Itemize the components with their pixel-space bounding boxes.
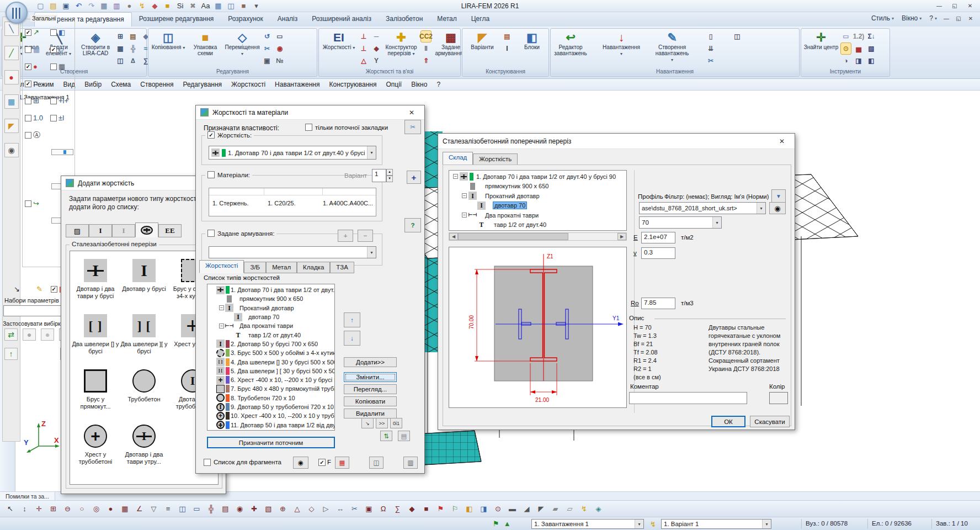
ribbon-button[interactable]: ‖: [420, 43, 432, 55]
bottom-tool-icon[interactable]: ▷: [320, 503, 332, 515]
scrollbar-thumb[interactable]: [458, 233, 568, 240]
bottom-tool-icon[interactable]: ▬: [507, 503, 518, 515]
ribbon-button[interactable]: ▭: [840, 30, 851, 43]
create-lira-cad-button[interactable]: ◈ Створити в LIRA-CAD: [78, 30, 113, 67]
bottom-tool-icon[interactable]: ◉: [234, 503, 246, 515]
section-tree-item[interactable]: прямокутник 900 x 650: [449, 182, 626, 192]
bottom-tool-icon[interactable]: ▭: [191, 503, 203, 515]
bottom-tool-icon[interactable]: ⚑: [435, 503, 446, 515]
bottom-tool-icon[interactable]: ▤: [220, 503, 231, 515]
section-tree-item[interactable]: − 1. Двотавр 70 і два таври 1/2 от двут.…: [449, 172, 626, 182]
eye-icon[interactable]: ◉: [4, 143, 19, 157]
ribbon-button[interactable]: ◫: [732, 30, 743, 43]
option-checkbox[interactable]: [25, 115, 31, 121]
bottom-tool-icon[interactable]: ✂: [349, 503, 360, 515]
close-icon[interactable]: ✕: [965, 14, 977, 23]
pick-filter-icon[interactable]: ↘: [361, 418, 374, 428]
bottom-tool-icon[interactable]: ◢: [521, 503, 532, 515]
preview-button[interactable]: Перегляд...: [344, 384, 397, 394]
menu-right-item[interactable]: Стиль▾: [871, 14, 894, 22]
ribbon-button[interactable]: ╬: [127, 43, 139, 55]
ribbon-button[interactable]: ∆: [127, 55, 139, 67]
chevron-down-icon[interactable]: ▾: [712, 217, 721, 228]
state-b-icon[interactable]: ●: [41, 328, 54, 341]
stiffness-combo[interactable]: 1. Двотавр 70 і два таври 1/2 от двут.40…: [209, 146, 376, 160]
scissors-icon[interactable]: ✂: [404, 120, 421, 134]
option-checkbox[interactable]: [25, 132, 31, 139]
ribbon-button[interactable]: Y: [371, 55, 382, 67]
stiffness-list-item[interactable]: 8. Трубобетон 720 x 10: [207, 394, 334, 402]
bottom-tool-icon[interactable]: ●: [105, 503, 116, 515]
option-checkbox[interactable]: [50, 29, 57, 36]
show-mesh[interactable]: ▦: [49, 58, 74, 75]
section-template-item[interactable]: Хрест у трубобетоні: [71, 420, 120, 475]
bottom-tool-icon[interactable]: ∑: [392, 503, 403, 515]
only-current-tab-checkbox[interactable]: [305, 124, 312, 131]
stiffness-list-item[interactable]: двотавр 70: [207, 312, 334, 321]
app-logo-icon[interactable]: [6, 2, 28, 24]
menu-right-item[interactable]: ?▾: [929, 14, 937, 22]
ribbon-button[interactable]: CC2: [420, 30, 432, 43]
variant-spinner[interactable]: 1: [372, 169, 386, 182]
chevron-down-icon[interactable]: ▾: [367, 247, 376, 258]
dialog-title-bar[interactable]: Сталезалізобетонний поперечний переріз ✕: [438, 134, 795, 149]
show-grid[interactable]: ⊞: [24, 92, 49, 109]
bottom-tool-icon[interactable]: ▱: [564, 503, 576, 515]
node-size-slider[interactable]: [24, 144, 74, 161]
ribbon-tab[interactable]: Аналіз: [270, 12, 305, 26]
bottom-tool-icon[interactable]: ✚: [248, 503, 260, 515]
table-icon[interactable]: ▥: [403, 457, 418, 469]
stiffness-dialog-tab[interactable]: ТЗА: [330, 262, 354, 273]
option-checkbox[interactable]: [50, 98, 57, 104]
stiffness-list-item[interactable]: 1. Двотавр 70 і два таври 1/2 от двут.: [207, 285, 334, 294]
tree-expander[interactable]: −: [462, 193, 467, 198]
colors-icon[interactable]: ▦: [4, 94, 19, 109]
bottom-tool-icon[interactable]: ⚐: [449, 503, 461, 515]
binary-icon[interactable]: 0і1: [390, 418, 402, 428]
close-icon[interactable]: ✕: [962, 1, 978, 10]
e-field[interactable]: 2.1e+07: [641, 232, 675, 243]
section-template-item[interactable]: Два швелери [] у брусі: [71, 310, 120, 365]
option-checkbox[interactable]: [25, 98, 31, 104]
lightning-icon[interactable]: ↯: [650, 520, 656, 528]
blocks-button[interactable]: ◧ Блоки: [514, 30, 550, 67]
chevron-down-icon[interactable]: ▾: [635, 520, 643, 528]
lamp-icon[interactable]: ●: [4, 70, 19, 84]
ribbon-button[interactable]: ◑: [840, 55, 851, 67]
menu-item[interactable]: Навантаження: [275, 81, 319, 90]
close-icon[interactable]: ✕: [774, 137, 790, 145]
assign-current-button[interactable]: Призначити поточним: [207, 437, 335, 448]
menu-item[interactable]: Вікно: [411, 81, 427, 90]
bottom-tool-icon[interactable]: ↖: [4, 503, 16, 515]
stiffness-list-item[interactable]: 11. Двотавр 50 і два таври 1/2 від дву: [207, 420, 334, 429]
show-offsets[interactable]: ±l: [49, 109, 74, 126]
chevron-down-icon[interactable]: ▾: [757, 203, 765, 214]
menu-item[interactable]: Схема: [111, 81, 131, 90]
tab-thin-sections[interactable]: [112, 224, 135, 237]
sync-icon[interactable]: ⇅: [380, 431, 392, 441]
sortament-combo[interactable]: ase\dstu_8768_2018_short_uk.srt> ▾: [639, 202, 766, 214]
move-down-button[interactable]: ↓: [344, 331, 360, 346]
section-color-swatch[interactable]: [769, 392, 788, 404]
bottom-tool-icon[interactable]: ◇: [306, 503, 317, 515]
status-flag-icon[interactable]: ⚑: [493, 520, 499, 528]
pack-scheme-button[interactable]: ■ Упаковка схеми: [188, 30, 223, 67]
stiffness-button[interactable]: EI Жорсткості ▾: [321, 30, 356, 67]
materials-table[interactable]: 1. Стержень.1. C20/25.1. A400C.A400C...: [209, 188, 376, 216]
tab-generic-sections[interactable]: [66, 224, 89, 237]
show-nodes[interactable]: ∷: [24, 75, 49, 92]
comment-input[interactable]: [629, 392, 747, 404]
ribbon-button[interactable]: ✂: [262, 43, 273, 55]
bottom-tool-icon[interactable]: ↯: [578, 503, 590, 515]
tab-composite-sections[interactable]: [135, 222, 158, 237]
add-button[interactable]: Додати>>: [344, 357, 397, 367]
bottom-tool-icon[interactable]: ⊞: [47, 503, 59, 515]
cancel-button[interactable]: Скасувати: [750, 416, 790, 427]
stiffness-list-item[interactable]: 6. Хрест -400 x 10, --200 x 10 у брусі 5…: [207, 375, 334, 384]
ribbon-button[interactable]: ⇑: [420, 55, 432, 67]
ribbon-button[interactable]: 1.2): [853, 30, 864, 43]
stiffness-checkbox[interactable]: [207, 131, 215, 139]
stiffness-list-item[interactable]: 7. Брус 480 x 480 у прямокутній трубі 5: [207, 384, 334, 393]
section-template-item[interactable]: Два швелери ][ у брусі: [120, 310, 168, 365]
ribbon-button[interactable]: ▦: [115, 43, 126, 55]
